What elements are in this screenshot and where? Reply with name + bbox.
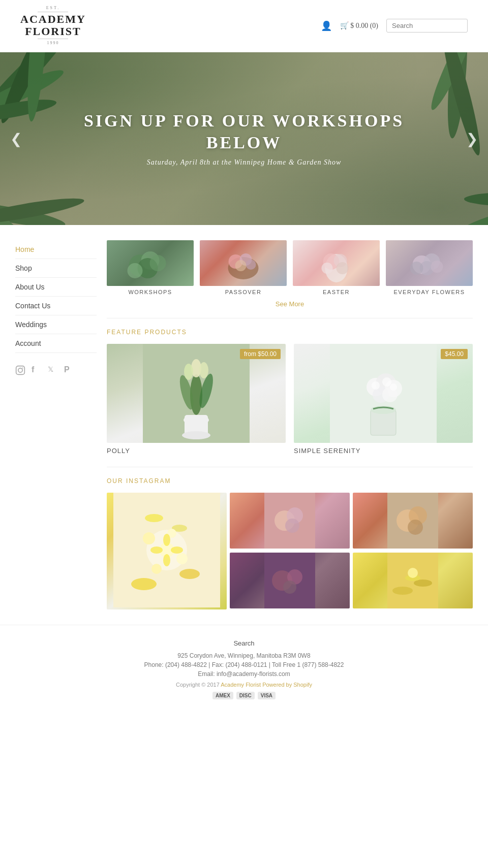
product-serenity-name: SIMPLE SERENITY [294,447,473,455]
hero-next-button[interactable]: ❯ [462,126,482,151]
sidebar-item-about[interactable]: About Us [15,278,97,297]
svg-point-60 [390,383,397,391]
footer-email: Email: info@academy-florists.com [10,670,478,678]
cart-icon[interactable]: 🛒 $ 0.00 (0) [340,21,378,30]
category-easter[interactable]: EASTER [293,240,380,295]
sidebar-link-home[interactable]: Home [15,240,97,259]
footer-shopify-link[interactable]: Powered by Shopify [262,682,312,688]
feature-products-title: FEATURE PRODUCTS [107,329,473,336]
instagram-middle-right[interactable] [353,493,473,550]
category-passover-label: PASSOVER [200,289,287,295]
product-polly[interactable]: from $50.00 [107,344,286,455]
footer-address: 925 Corydon Ave, Winnipeg, Manitoba R3M … [10,652,478,659]
product-serenity-image: $45.00 [294,344,473,443]
svg-point-59 [382,377,391,387]
svg-point-48 [199,362,208,378]
facebook-icon[interactable]: f [32,365,43,376]
svg-point-64 [179,569,200,579]
svg-point-18 [22,367,23,368]
instagram-icon[interactable] [15,365,26,376]
category-passover[interactable]: PASSOVER [200,240,287,295]
instagram-top-right[interactable] [230,493,350,550]
hero-text-block: SIGN UP FOR OUR WORKSHOPSBELOW Saturday,… [84,110,404,167]
sidebar-item-account[interactable]: Account [15,334,97,353]
sidebar-item-weddings[interactable]: Weddings [15,315,97,334]
section-divider-2 [107,467,473,467]
svg-point-27 [246,260,256,270]
svg-point-92 [408,568,418,578]
svg-point-8 [464,192,488,206]
twitter-icon[interactable]: 𝕏 [48,365,59,376]
svg-point-70 [151,564,162,574]
instagram-bl-img [230,553,350,608]
category-everyday[interactable]: EVERYDAY FLOWERS [386,240,473,295]
pinterest-icon[interactable]: P [64,365,75,376]
logo-est: EST. [46,6,60,11]
footer-copyright: Copyright © 2017 Academy Florist Powered… [10,682,478,688]
main-layout: Home Shop About Us Contact Us Weddings A… [0,225,488,625]
svg-point-74 [150,546,163,554]
sidebar-link-weddings[interactable]: Weddings [15,315,97,334]
hero-prev-button[interactable]: ❮ [6,126,26,151]
svg-point-47 [184,364,193,380]
cart-amount: $ 0.00 (0) [350,22,378,29]
products-grid: from $50.00 [107,344,473,455]
svg-point-58 [372,381,380,390]
instagram-main-image[interactable] [107,493,227,609]
instagram-title: OUR INSTAGRAM [107,477,473,485]
svg-point-83 [408,520,423,535]
svg-point-65 [145,514,163,522]
category-passover-image [200,240,287,286]
logo-divider-bottom [38,39,68,39]
instagram-br-img [353,553,473,608]
footer-payments: AMEX DISC VISA [10,692,478,699]
category-workshops[interactable]: WORKSHOPS [107,240,194,295]
svg-point-73 [163,554,170,566]
footer-search-link[interactable]: Search [10,639,478,647]
section-divider-1 [107,318,473,318]
product-serenity[interactable]: $45.00 [294,344,473,455]
category-everyday-label: EVERYDAY FLOWERS [386,289,473,295]
svg-point-28 [235,260,247,271]
instagram-tr-img [230,493,350,549]
svg-point-79 [285,519,299,533]
svg-point-89 [392,587,413,595]
logo-divider-top [38,12,68,12]
sidebar-item-contact[interactable]: Contact Us [15,297,97,315]
category-workshops-image [107,240,194,286]
instagram-bottom-right[interactable] [353,553,473,609]
see-more-link[interactable]: See More [107,300,473,308]
sidebar-item-home[interactable]: Home [15,240,97,259]
header-right: 👤 🛒 $ 0.00 (0) [321,19,468,33]
sidebar-nav: Home Shop About Us Contact Us Weddings A… [15,240,97,353]
sidebar-link-about[interactable]: About Us [15,278,97,296]
footer-phone: Phone: (204) 488-4822 | Fax: (204) 488-0… [10,661,478,668]
svg-point-87 [283,581,296,594]
user-icon[interactable]: 👤 [321,20,332,31]
category-easter-label: EASTER [293,289,380,295]
svg-point-33 [337,262,349,274]
sidebar-item-shop[interactable]: Shop [15,259,97,278]
svg-point-23 [128,263,143,278]
instagram-bottom-left[interactable] [230,553,350,609]
svg-point-37 [431,261,443,273]
categories-grid: WORKSHOPS PASSOVER [107,240,473,295]
instagram-mr-img [353,493,473,549]
logo-line2: FLORIST [25,25,81,38]
svg-point-22 [150,255,166,271]
product-polly-name: POLLY [107,447,286,455]
sidebar-link-shop[interactable]: Shop [15,259,97,277]
search-input[interactable] [386,19,468,33]
sidebar-link-account[interactable]: Account [15,334,97,352]
footer-copyright-text: Copyright © 2017 [176,682,220,688]
logo[interactable]: EST. ACADEMY FLORIST 1990 [20,6,86,46]
sidebar-social: f 𝕏 P [15,365,97,376]
svg-point-32 [322,263,333,274]
svg-point-75 [171,546,183,554]
header: EST. ACADEMY FLORIST 1990 👤 🛒 $ 0.00 (0) [0,0,488,52]
footer-academy-link[interactable]: Academy Florist [221,682,261,688]
sidebar-link-contact[interactable]: Contact Us [15,297,97,315]
sidebar: Home Shop About Us Contact Us Weddings A… [15,240,97,625]
category-easter-image [293,240,380,286]
logo-line1: ACADEMY [20,13,86,25]
